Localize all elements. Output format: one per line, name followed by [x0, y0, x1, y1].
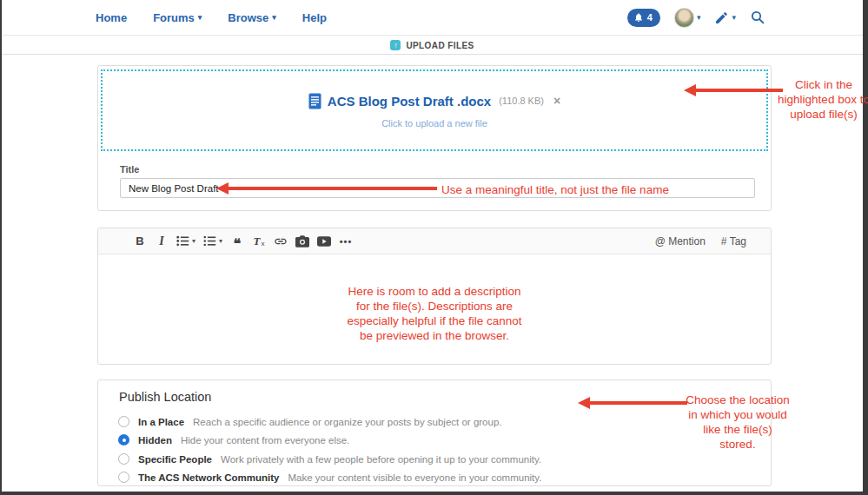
page-header: ↑ UPLOAD FILES	[2, 36, 863, 55]
title-label: Title	[120, 164, 139, 175]
annotation-arrow-upload	[684, 84, 783, 96]
radio-icon[interactable]	[118, 453, 129, 465]
avatar	[674, 8, 694, 28]
nav-item-forums[interactable]: Forums▾	[153, 11, 202, 24]
arrow-head	[684, 84, 696, 96]
file-size: (110.8 KB)	[499, 96, 544, 106]
nav-right-controls: 4 ▾ ▾	[627, 8, 765, 28]
toolbar-right: @ Mention # Tag	[655, 235, 746, 248]
chevron-down-icon: ▾	[732, 14, 736, 22]
radio-option-community[interactable]: The ACS Network Community Make your cont…	[118, 472, 541, 483]
publish-location-heading: Publish Location	[119, 390, 211, 404]
nav-links: Home Forums▾ Browse▾ Help	[96, 11, 327, 24]
bold-button[interactable]: B	[131, 232, 149, 251]
search-icon[interactable]	[750, 10, 765, 25]
insert-image-button[interactable]	[294, 232, 311, 251]
annotation-arrow-publish	[578, 397, 687, 409]
chevron-down-icon: ▾	[272, 14, 276, 22]
camera-icon	[295, 235, 309, 248]
editor-toolbar: B I ▾ ▾ ❝ Tx ••• @ Mention	[98, 228, 771, 254]
annotation-arrow-title	[216, 182, 437, 195]
pencil-icon	[714, 10, 729, 25]
tag-button[interactable]: # Tag	[721, 235, 746, 248]
description-editor-card: B I ▾ ▾ ❝ Tx ••• @ Mention	[97, 228, 772, 365]
arrow-shaft	[590, 401, 687, 405]
link-button[interactable]	[272, 232, 289, 251]
numbered-list-icon	[203, 235, 216, 247]
numbered-list-button[interactable]: ▾	[202, 232, 224, 251]
italic-button[interactable]: I	[153, 232, 170, 251]
annotation-upload-box: Click in the highlighted box to upload f…	[778, 77, 868, 122]
annotation-title: Use a meaningful title, not just the fil…	[441, 182, 669, 197]
nav-item-home[interactable]: Home	[96, 11, 127, 24]
nav-item-browse[interactable]: Browse▾	[228, 11, 276, 24]
chevron-down-icon: ▾	[219, 237, 222, 245]
radio-icon[interactable]	[118, 416, 129, 427]
bullet-list-icon	[176, 235, 189, 247]
arrow-shaft	[229, 187, 437, 190]
upload-icon: ↑	[390, 40, 401, 50]
file-dropzone[interactable]: ACS Blog Post Draft .docx (110.8 KB) × C…	[101, 69, 768, 151]
page-title: UPLOAD FILES	[406, 41, 474, 50]
annotation-publish: Choose the location in which you would l…	[685, 393, 791, 452]
publish-location-card: Publish Location In a Place Reach a spec…	[97, 380, 772, 486]
radio-icon[interactable]	[118, 434, 129, 446]
notifications-button[interactable]: 4	[627, 9, 660, 27]
radio-option-specific-people[interactable]: Specific People Work privately with a fe…	[118, 453, 541, 465]
chevron-down-icon: ▾	[697, 14, 701, 22]
dropzone-hint[interactable]: Click to upload a new file	[381, 118, 487, 129]
upload-files-page: Home Forums▾ Browse▾ Help 4 ▾ ▾ ↑ UPLOAD…	[0, 0, 868, 495]
top-navigation: Home Forums▾ Browse▾ Help 4 ▾ ▾	[2, 0, 863, 36]
blockquote-button[interactable]: ❝	[229, 232, 246, 251]
nav-item-help[interactable]: Help	[302, 11, 327, 24]
bullet-list-button[interactable]: ▾	[175, 232, 197, 251]
radio-option-hidden[interactable]: Hidden Hide your content from everyone e…	[118, 434, 349, 446]
mention-button[interactable]: @ Mention	[655, 235, 706, 248]
description-textarea[interactable]: Here is room to add a description for th…	[98, 254, 771, 365]
annotation-description: Here is room to add a description for th…	[98, 284, 771, 343]
video-icon	[317, 236, 331, 247]
radio-option-in-a-place[interactable]: In a Place Reach a specific audience or …	[118, 416, 501, 427]
arrow-head	[578, 397, 590, 409]
chevron-down-icon: ▾	[198, 14, 202, 22]
arrow-head	[216, 182, 229, 195]
arrow-shaft	[696, 89, 783, 92]
uploaded-file: ACS Blog Post Draft .docx (110.8 KB) ×	[308, 93, 560, 109]
more-options-button[interactable]: •••	[337, 232, 354, 251]
account-menu[interactable]: ▾	[674, 8, 701, 28]
notification-count: 4	[647, 12, 653, 23]
create-content-menu[interactable]: ▾	[714, 10, 736, 25]
link-icon	[274, 234, 288, 248]
bell-icon	[633, 12, 644, 23]
clear-formatting-button[interactable]: Tx	[250, 232, 268, 251]
remove-file-button[interactable]: ×	[553, 94, 560, 108]
chevron-down-icon: ▾	[192, 237, 195, 245]
document-icon	[308, 93, 321, 109]
insert-video-button[interactable]	[315, 232, 333, 251]
radio-icon[interactable]	[118, 472, 129, 483]
file-name[interactable]: ACS Blog Post Draft .docx	[328, 94, 491, 109]
